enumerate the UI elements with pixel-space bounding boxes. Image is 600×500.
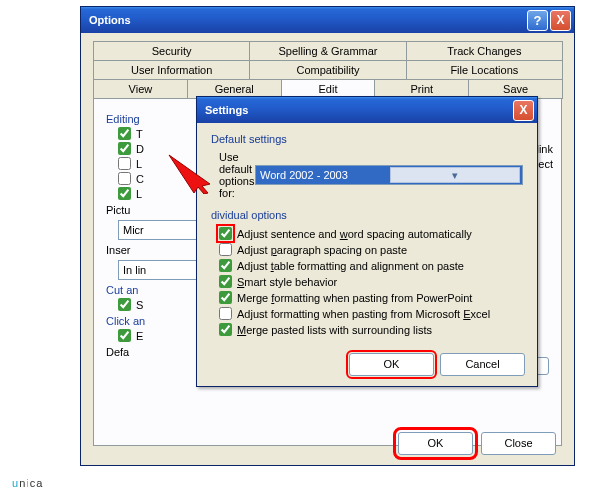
options-close-button[interactable]: X xyxy=(550,10,571,31)
default-options-combo[interactable]: Word 2002 - 2003 ▾ xyxy=(255,165,523,185)
option-row: Merge formatting when pasting from Power… xyxy=(219,291,523,304)
settings-body: Default settings Use default options for… xyxy=(197,123,537,349)
option-row: Merge pasted lists with surrounding list… xyxy=(219,323,523,336)
options-button-bar: OK Close xyxy=(398,432,556,455)
check-d[interactable] xyxy=(118,142,131,155)
individual-options-list: Adjust sentence and word spacing automat… xyxy=(211,227,523,336)
option-label: Merge pasted lists with surrounding list… xyxy=(237,324,432,336)
option-checkbox[interactable] xyxy=(219,275,232,288)
settings-title: Settings xyxy=(205,104,511,116)
default-label: Use default options for: xyxy=(219,151,255,199)
chevron-down-icon: ▾ xyxy=(390,167,520,183)
unica-logo: unica xyxy=(12,462,43,494)
option-checkbox[interactable] xyxy=(219,291,232,304)
check-l1[interactable] xyxy=(118,157,131,170)
option-checkbox[interactable] xyxy=(219,227,232,240)
option-checkbox[interactable] xyxy=(219,243,232,256)
options-ok-button[interactable]: OK xyxy=(398,432,473,455)
options-titlebar: Options ? X xyxy=(81,7,574,33)
tab-user-info[interactable]: User Information xyxy=(93,60,250,79)
tab-file-locations[interactable]: File Locations xyxy=(406,60,563,79)
default-combo-value: Word 2002 - 2003 xyxy=(260,169,390,181)
option-label: Merge formatting when pasting from Power… xyxy=(237,292,472,304)
tab-row-1: Security Spelling & Grammar Track Change… xyxy=(93,41,562,60)
option-row: Smart style behavior xyxy=(219,275,523,288)
inser-label: Inser xyxy=(106,244,148,256)
option-row: Adjust table formatting and alignment on… xyxy=(219,259,523,272)
check-l2[interactable] xyxy=(118,187,131,200)
option-row: Adjust sentence and word spacing automat… xyxy=(219,227,523,240)
option-checkbox[interactable] xyxy=(219,323,232,336)
option-row: Adjust paragraph spacing on paste xyxy=(219,243,523,256)
tab-view[interactable]: View xyxy=(93,79,188,99)
settings-ok-button[interactable]: OK xyxy=(349,353,434,376)
pictu-label: Pictu xyxy=(106,204,148,216)
defa-label: Defa xyxy=(106,346,148,358)
option-checkbox[interactable] xyxy=(219,307,232,320)
settings-titlebar: Settings X xyxy=(197,97,537,123)
tab-compatibility[interactable]: Compatibility xyxy=(249,60,406,79)
settings-dialog: Settings X Default settings Use default … xyxy=(196,96,538,387)
default-group: Default settings xyxy=(211,133,523,145)
option-label: Adjust sentence and word spacing automat… xyxy=(237,228,472,240)
option-label: Smart style behavior xyxy=(237,276,337,288)
tab-security[interactable]: Security xyxy=(93,41,250,60)
check-s[interactable] xyxy=(118,298,131,311)
option-label: Adjust paragraph spacing on paste xyxy=(237,244,407,256)
settings-button-bar: OK Cancel xyxy=(197,349,537,386)
option-checkbox[interactable] xyxy=(219,259,232,272)
settings-close-button[interactable]: X xyxy=(513,100,534,121)
check-t[interactable] xyxy=(118,127,131,140)
tab-row-2: User Information Compatibility File Loca… xyxy=(93,60,562,79)
default-row: Use default options for: Word 2002 - 200… xyxy=(219,151,523,199)
check-e[interactable] xyxy=(118,329,131,342)
settings-cancel-button[interactable]: Cancel xyxy=(440,353,525,376)
option-label: Adjust formatting when pasting from Micr… xyxy=(237,308,490,320)
options-title: Options xyxy=(89,14,527,26)
option-row: Adjust formatting when pasting from Micr… xyxy=(219,307,523,320)
options-close-btn[interactable]: Close xyxy=(481,432,556,455)
individual-group: dividual options xyxy=(211,209,523,221)
option-label: Adjust table formatting and alignment on… xyxy=(237,260,464,272)
help-button[interactable]: ? xyxy=(527,10,548,31)
tab-track-changes[interactable]: Track Changes xyxy=(406,41,563,60)
check-c[interactable] xyxy=(118,172,131,185)
tab-spelling[interactable]: Spelling & Grammar xyxy=(249,41,406,60)
